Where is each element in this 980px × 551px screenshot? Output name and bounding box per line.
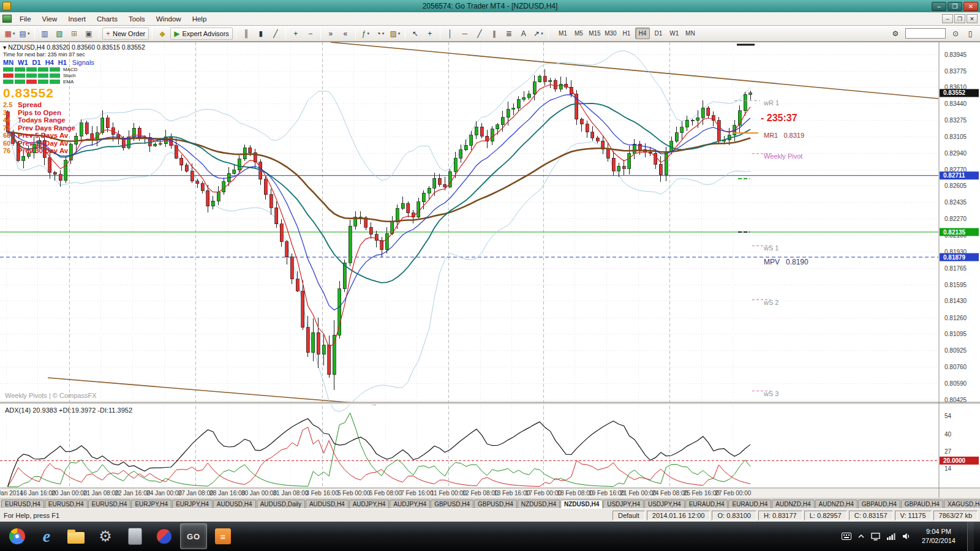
chart-tab-usdjpy-h4[interactable]: USDJPY,H4 [603, 500, 644, 508]
timeframe-m15-button[interactable]: M15 [587, 28, 602, 39]
wr1-label[interactable]: wR 1 [763, 99, 779, 107]
cursor-button[interactable]: ↖ [409, 28, 422, 40]
dropdown-arrow-icon[interactable]: ▾ [13, 31, 15, 36]
chart-area[interactable]: 0.839450.837750.836100.834400.832750.831… [0, 42, 980, 497]
chart-tab-gbpaud-h4[interactable]: GBPAUD,H4 [858, 500, 900, 508]
maximize-button[interactable]: ❐ [948, 2, 962, 11]
timeframe-h1-button[interactable]: H1 [619, 28, 634, 39]
chart-tab-nzdusd-h4[interactable]: NZDUSD,H4 [560, 500, 603, 508]
zoom-in-button[interactable]: + [289, 28, 303, 40]
chart-tab-audnzd-h4[interactable]: AUDNZD,H4 [815, 500, 858, 508]
volume-icon[interactable] [902, 533, 910, 540]
hidden-icons-chevron-icon[interactable] [858, 534, 864, 539]
chart-tab-eurjpy-h4[interactable]: EURJPY,H4 [131, 500, 172, 508]
chart-tab-audusd-h4[interactable]: AUDUSD,H4 [306, 500, 349, 508]
chart-shift-button[interactable]: « [339, 28, 352, 40]
menu-window[interactable]: Window [151, 13, 187, 24]
trendline-button[interactable]: ╱ [473, 28, 486, 40]
menu-tools[interactable]: Tools [123, 13, 151, 24]
dropdown-arrow-icon[interactable]: ▾ [382, 31, 385, 36]
taskbar-media-player-button[interactable] [151, 523, 178, 549]
ws1-label[interactable]: wS 1 [763, 244, 778, 252]
metaeditor-button[interactable]: ◆ [156, 28, 169, 40]
chart-window-icon[interactable] [2, 15, 12, 23]
ws3-label[interactable]: wS 3 [763, 390, 778, 397]
horizontal-line-button[interactable]: ─ [458, 28, 472, 40]
menu-file[interactable]: File [14, 13, 37, 24]
candle-countdown[interactable]: - 235:37 [761, 113, 797, 123]
menu-charts[interactable]: Charts [91, 13, 123, 24]
line-chart-button[interactable]: ╱ [269, 28, 282, 40]
taskbar-notes-app-button[interactable]: ≡ [209, 523, 236, 549]
timeframe-w1-button[interactable]: W1 [667, 28, 682, 39]
timeframe-mn-button[interactable]: MN [683, 28, 698, 39]
chart-tab-gbpusd-h4[interactable]: GBPUSD,H4 [431, 500, 473, 508]
chart-tab-audjpy-h4[interactable]: AUDJPY,H4 [349, 500, 390, 508]
chart-tab-eurjpy-h4[interactable]: EURJPY,H4 [172, 500, 213, 508]
bar-chart-button[interactable]: ║ [239, 28, 253, 40]
new-chart-button[interactable]: ▦▾ [3, 28, 17, 40]
chart-tab-eurusd-h4[interactable]: EURUSD,H4 [88, 500, 131, 508]
vertical-line-button[interactable]: │ [443, 28, 457, 40]
timeframe-m30-button[interactable]: M30 [603, 28, 618, 39]
minimize-button[interactable]: – [932, 2, 946, 11]
fibonacci-button[interactable]: ≣ [502, 28, 516, 40]
keyboard-icon[interactable] [842, 533, 851, 540]
display-icon[interactable] [871, 533, 880, 541]
chart-tab-audnzd-h4[interactable]: AUDNZD,H4 [772, 500, 814, 508]
chart-tab-euraud-h4[interactable]: EURAUD,H4 [728, 500, 771, 508]
chart-tab-audusd-h4[interactable]: AUDUSD,H4 [213, 500, 256, 508]
arrows-tool-button[interactable]: ↗▾ [532, 28, 545, 40]
crosshair-button[interactable]: + [423, 28, 437, 40]
timeframe-d1-button[interactable]: D1 [651, 28, 666, 39]
text-tool-button[interactable]: A [517, 28, 530, 40]
mpv-label[interactable]: MPV 0.8190 [764, 258, 809, 266]
chart-canvas[interactable]: 0.839450.837750.836100.834400.832750.831… [0, 42, 980, 498]
mdi-restore-button[interactable]: ❐ [954, 14, 965, 23]
chart-tab-nzdusd-h4[interactable]: NZDUSD,H4 [518, 500, 560, 508]
terminal-button[interactable]: ▣ [82, 28, 96, 40]
menu-view[interactable]: View [37, 13, 63, 24]
chart-tab-euraud-h4[interactable]: EURAUD,H4 [685, 500, 728, 508]
taskbar-file-explorer-button[interactable] [62, 523, 89, 549]
templates-button[interactable]: ▨▾ [388, 28, 402, 40]
menu-insert[interactable]: Insert [62, 13, 91, 24]
mdi-close-button[interactable]: ✕ [967, 14, 978, 23]
show-desktop-button[interactable] [967, 522, 974, 551]
search-button[interactable]: ⊙ [949, 28, 962, 40]
chart-tab-eurusd-h4[interactable]: EURUSD,H4 [1, 500, 44, 508]
candlestick-chart-button[interactable]: ▮ [254, 28, 268, 40]
taskbar-calculator-app-button[interactable] [121, 523, 148, 549]
network-icon[interactable] [887, 533, 895, 540]
weekly-pivot-label[interactable]: Weekly Pivot [764, 152, 802, 160]
chart-tab-eurusd-h4[interactable]: EURUSD,H4 [45, 500, 88, 508]
zoom-out-button[interactable]: − [304, 28, 317, 40]
dropdown-arrow-icon[interactable]: ▾ [398, 31, 401, 36]
new-order-button[interactable]: +New Order [102, 28, 149, 40]
expert-advisors-button[interactable]: ▶Expert Advisors [170, 28, 233, 40]
market-watch-button[interactable]: ▥ [38, 28, 51, 40]
chart-tab-usdjpy-h4[interactable]: USDJPY,H4 [644, 500, 685, 508]
chart-tab-audusd-daily[interactable]: AUDUSD,Daily [257, 500, 305, 508]
chart-tab-audjpy-h4[interactable]: AUDJPY,H4 [390, 500, 430, 508]
taskbar-settings-app-button[interactable]: ⚙ [92, 523, 119, 549]
taskbar-clock[interactable]: 9:04 PM 27/02/2014 [922, 527, 956, 545]
dropdown-arrow-icon[interactable]: ▾ [367, 31, 369, 36]
taskbar-internet-explorer-button[interactable]: e [33, 523, 60, 549]
close-button[interactable]: ✕ [963, 2, 978, 11]
auto-scroll-button[interactable]: » [324, 28, 337, 40]
chart-tab-gbpaud-h4[interactable]: GBPAUD,H4 [901, 500, 943, 508]
docs-button[interactable]: ▯ [963, 28, 977, 40]
chart-tab-xagusd-h4[interactable]: XAGUSD,H4 [944, 500, 980, 508]
mdi-minimize-button[interactable]: – [942, 14, 953, 23]
timeframe-m5-button[interactable]: M5 [571, 28, 586, 39]
channel-button[interactable]: ∥ [488, 28, 501, 40]
indicators-button[interactable]: ƒ▾ [359, 28, 372, 40]
mr1-label[interactable]: MR1 0.8319 [764, 132, 804, 139]
menu-help[interactable]: Help [187, 13, 213, 24]
dropdown-arrow-icon[interactable]: ▾ [28, 31, 30, 36]
profiles-button[interactable]: ▤▾ [18, 28, 31, 40]
taskbar-go-trader-button[interactable]: GO [180, 523, 207, 549]
quick-search-box[interactable] [905, 28, 946, 39]
data-window-button[interactable]: ▧ [53, 28, 66, 40]
